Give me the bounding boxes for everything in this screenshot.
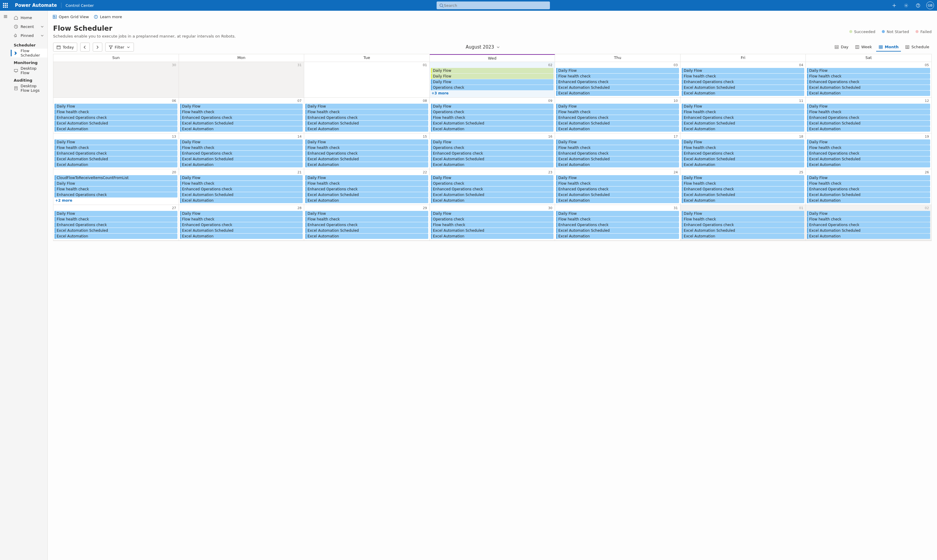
calendar-event[interactable]: Flow health check — [306, 109, 428, 115]
calendar-cell[interactable]: 03Daily FlowFlow health checkEnhanced Op… — [555, 62, 681, 98]
calendar-event[interactable]: Enhanced Operations check — [55, 151, 178, 156]
calendar-event[interactable]: Daily Flow — [180, 139, 303, 145]
calendar-event[interactable]: Daily Flow — [431, 139, 554, 145]
calendar-event[interactable]: Excel Automation — [306, 162, 428, 168]
calendar-event[interactable]: Flow health check — [807, 74, 930, 79]
calendar-event[interactable]: Operations check — [431, 109, 554, 115]
brand-label[interactable]: Power Automate — [11, 3, 62, 8]
calendar-cell[interactable]: 18Daily FlowFlow health checkEnhanced Op… — [681, 134, 806, 169]
sidebar-item-pinned[interactable]: Pinned — [11, 31, 48, 40]
calendar-event[interactable]: Daily Flow — [180, 175, 303, 180]
calendar-event[interactable]: Flow health check — [180, 181, 303, 186]
calendar-cell[interactable]: 08Daily FlowFlow health checkEnhanced Op… — [304, 98, 430, 134]
calendar-event[interactable]: Enhanced Operations check — [180, 186, 303, 192]
tab-day[interactable]: Day — [832, 43, 851, 52]
calendar-event[interactable]: Flow health check — [55, 109, 178, 115]
calendar-event[interactable]: Daily Flow — [807, 139, 930, 145]
calendar-event[interactable]: Daily Flow — [807, 104, 930, 109]
calendar-event[interactable]: Daily Flow — [556, 139, 679, 145]
calendar-event[interactable]: Excel Automation — [807, 234, 930, 239]
calendar-event[interactable]: CloudFlowToReceiveItemsCountFromList — [55, 175, 178, 180]
calendar-event[interactable]: Daily Flow — [431, 175, 554, 180]
sidebar-item-recent[interactable]: Recent — [11, 22, 48, 31]
calendar-event[interactable]: Excel Automation — [682, 198, 804, 203]
calendar-event[interactable]: Daily Flow — [807, 175, 930, 180]
prev-button[interactable] — [80, 43, 90, 52]
calendar-event[interactable]: Excel Automation — [306, 234, 428, 239]
calendar-cell[interactable]: 02Daily FlowFlow health checkEnhanced Op… — [806, 205, 931, 241]
calendar-event[interactable]: Enhanced Operations check — [556, 222, 679, 228]
calendar-event[interactable]: Excel Automation Scheduled — [431, 156, 554, 162]
calendar-event[interactable]: Flow health check — [55, 217, 178, 222]
calendar-event[interactable]: Excel Automation Scheduled — [682, 121, 804, 126]
calendar-cell[interactable]: 07Daily FlowFlow health checkEnhanced Op… — [179, 98, 304, 134]
more-events-link[interactable]: +3 more — [430, 91, 554, 96]
calendar-cell[interactable]: 13Daily FlowFlow health checkEnhanced Op… — [53, 134, 179, 169]
calendar-event[interactable]: Daily Flow — [556, 104, 679, 109]
calendar-event[interactable]: Excel Automation Scheduled — [682, 228, 804, 233]
calendar-event[interactable]: Excel Automation — [306, 198, 428, 203]
calendar-cell[interactable]: 24Daily FlowFlow health checkEnhanced Op… — [555, 169, 681, 205]
calendar-event[interactable]: Daily Flow — [431, 211, 554, 216]
calendar-event[interactable]: Daily Flow — [431, 68, 554, 73]
calendar-cell[interactable]: 29Daily FlowFlow health checkEnhanced Op… — [304, 205, 430, 241]
calendar-cell[interactable]: 31Daily FlowFlow health checkEnhanced Op… — [555, 205, 681, 241]
calendar-cell[interactable]: 20CloudFlowToReceiveItemsCountFromListDa… — [53, 169, 179, 205]
calendar-event[interactable]: Excel Automation Scheduled — [556, 156, 679, 162]
calendar-event[interactable]: Excel Automation — [556, 198, 679, 203]
calendar-event[interactable]: Excel Automation Scheduled — [306, 156, 428, 162]
calendar-event[interactable]: Operations check — [431, 85, 554, 90]
today-button[interactable]: Today — [53, 43, 77, 52]
calendar-event[interactable]: Excel Automation Scheduled — [682, 85, 804, 90]
calendar-event[interactable]: Enhanced Operations check — [556, 186, 679, 192]
calendar-event[interactable]: Daily Flow — [306, 175, 428, 180]
calendar-event[interactable]: Excel Automation Scheduled — [55, 156, 178, 162]
calendar-event[interactable]: Enhanced Operations check — [556, 115, 679, 120]
calendar-cell[interactable]: 06Daily FlowFlow health checkEnhanced Op… — [53, 98, 179, 134]
calendar-event[interactable]: Flow health check — [55, 145, 178, 151]
help-button[interactable] — [912, 0, 923, 11]
tab-schedule[interactable]: Schedule — [903, 43, 932, 52]
calendar-event[interactable]: Excel Automation Scheduled — [55, 228, 178, 233]
calendar-event[interactable]: Excel Automation Scheduled — [807, 228, 930, 233]
calendar-event[interactable]: Daily Flow — [55, 139, 178, 145]
calendar-event[interactable]: Excel Automation — [556, 162, 679, 168]
calendar-event[interactable]: Daily Flow — [807, 211, 930, 216]
calendar-event[interactable]: Excel Automation Scheduled — [180, 156, 303, 162]
calendar-event[interactable]: Excel Automation Scheduled — [180, 228, 303, 233]
calendar-cell[interactable]: 04Daily FlowFlow health checkEnhanced Op… — [681, 62, 806, 98]
calendar-event[interactable]: Enhanced Operations check — [431, 151, 554, 156]
calendar-event[interactable]: Excel Automation Scheduled — [431, 228, 554, 233]
calendar-event[interactable]: Excel Automation — [807, 91, 930, 96]
calendar-event[interactable]: Flow health check — [682, 145, 804, 151]
calendar-event[interactable]: Flow health check — [556, 109, 679, 115]
calendar-event[interactable]: Excel Automation — [431, 198, 554, 203]
calendar-event[interactable]: Excel Automation — [556, 91, 679, 96]
sidebar-item-desktop-flow-logs[interactable]: Desktop Flow Logs — [11, 84, 48, 92]
calendar-event[interactable]: Daily Flow — [807, 68, 930, 73]
month-picker[interactable]: August 2023 — [466, 45, 500, 50]
settings-button[interactable] — [901, 0, 911, 11]
calendar-event[interactable]: Daily Flow — [55, 211, 178, 216]
calendar-event[interactable]: Excel Automation — [807, 198, 930, 203]
calendar-event[interactable]: Excel Automation Scheduled — [431, 121, 554, 126]
calendar-event[interactable]: Daily Flow — [556, 68, 679, 73]
calendar-event[interactable]: Enhanced Operations check — [807, 79, 930, 85]
calendar-cell[interactable]: 22Daily FlowFlow health checkEnhanced Op… — [304, 169, 430, 205]
calendar-event[interactable]: Enhanced Operations check — [306, 115, 428, 120]
calendar-cell[interactable]: 10Daily FlowFlow health checkEnhanced Op… — [555, 98, 681, 134]
calendar-cell[interactable]: 01 — [304, 62, 430, 98]
calendar-cell[interactable]: 11Daily FlowFlow health checkEnhanced Op… — [681, 98, 806, 134]
calendar-event[interactable]: Excel Automation Scheduled — [180, 192, 303, 197]
calendar-event[interactable]: Flow health check — [180, 145, 303, 151]
calendar-cell[interactable]: 31 — [179, 62, 304, 98]
calendar-event[interactable]: Excel Automation — [431, 126, 554, 132]
hamburger-icon[interactable] — [3, 14, 8, 19]
more-events-link[interactable]: +2 more — [54, 198, 178, 203]
sidebar-item-flow-scheduler[interactable]: Flow Scheduler — [11, 49, 48, 57]
calendar-event[interactable]: Flow health check — [682, 109, 804, 115]
calendar-event[interactable]: Daily Flow — [556, 211, 679, 216]
calendar-event[interactable]: Flow health check — [306, 217, 428, 222]
calendar-event[interactable]: Enhanced Operations check — [807, 222, 930, 228]
calendar-event[interactable]: Excel Automation — [55, 126, 178, 132]
